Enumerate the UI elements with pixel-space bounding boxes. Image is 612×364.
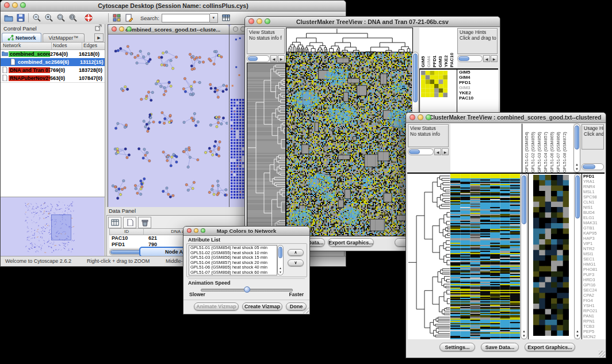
gene-label[interactable]: MAK31 [582, 220, 606, 225]
zoom-heatmap-canvas[interactable] [533, 175, 569, 336]
save-icon[interactable] [14, 13, 26, 23]
treeview1-titlebar[interactable]: ClusterMaker TreeView : DNA and Tran 07-… [245, 17, 500, 27]
gene-label[interactable]: KAP95 [582, 231, 606, 236]
view-status-scrollbar[interactable]: ◀ ▶ [247, 55, 285, 62]
gene-label[interactable]: HRD3 [582, 277, 606, 282]
usage-hints-scrollbar[interactable]: ◀ ▶ [457, 55, 498, 62]
gene-label[interactable]: PFD1 [457, 80, 498, 85]
zoom-button[interactable] [127, 26, 132, 32]
gene-label[interactable]: YSH1 [582, 303, 606, 308]
minimize-button[interactable] [257, 18, 262, 24]
zoom-button[interactable] [265, 18, 270, 24]
gene-label[interactable]: CLN1 [582, 200, 606, 205]
close-button[interactable] [410, 114, 415, 120]
global-heatmap-canvas[interactable] [286, 52, 413, 236]
column-label[interactable]: GPL51-03 (GSM856) [537, 124, 543, 173]
table-mode-icon[interactable] [108, 217, 121, 228]
scroll-left-icon[interactable]: ◀ [434, 148, 441, 155]
search-input[interactable] [162, 14, 210, 22]
gene-label[interactable]: MSL1 [582, 189, 606, 194]
gene-label[interactable]: PAC10 [457, 95, 498, 101]
scroll-up-icon[interactable]: ▲ [521, 329, 527, 334]
save-data-button[interactable]: Save Data... [481, 343, 519, 351]
attribute-table-icon[interactable] [220, 13, 232, 23]
zoom-in-icon[interactable] [43, 13, 55, 23]
gene-label[interactable]: BUD4 [582, 210, 606, 215]
close-button[interactable] [233, 26, 238, 32]
column-label[interactable]: YKE2 [443, 28, 449, 67]
export-graphics-button[interactable]: Export Graphics... [328, 238, 374, 247]
birdseye-canvas[interactable] [1, 197, 104, 256]
network-row-dna-tran[interactable]: DNA and Tran 07 769(0) 183728(0) [1, 66, 105, 74]
row-dendrogram-canvas[interactable] [408, 174, 450, 339]
resize-grip[interactable] [599, 351, 605, 357]
minimize-button[interactable] [12, 2, 18, 8]
gene-label[interactable]: HMG1 [582, 262, 606, 267]
column-dendrogram-canvas[interactable] [286, 28, 413, 53]
gene-label[interactable]: GIM4 [457, 75, 498, 80]
column-label[interactable]: PFD1 [432, 28, 438, 67]
data-col-id[interactable]: ID [110, 229, 144, 235]
resize-grip[interactable] [303, 307, 309, 313]
scroll-down-icon[interactable]: ▼ [521, 334, 527, 338]
attribute-listbox[interactable]: GPL51-01 (GSM854) heat shock 05 minGPL51… [189, 245, 277, 275]
column-label[interactable]: GIM4 [426, 28, 432, 67]
row-dendrogram-canvas[interactable] [247, 63, 286, 236]
gene-label[interactable]: PUF3 [582, 272, 606, 277]
gene-label[interactable]: HAP3 [582, 236, 606, 241]
scroll-down-icon[interactable]: ▼ [575, 334, 580, 338]
minimize-button[interactable] [194, 228, 198, 233]
scroll-left-icon[interactable]: ◀ [270, 55, 277, 62]
gene-label[interactable]: RPN1 [582, 319, 606, 324]
gene-label[interactable]: VIP1 [582, 241, 606, 246]
gene-label[interactable]: RNR4 [582, 184, 606, 189]
zoom-button[interactable] [20, 2, 26, 8]
gene-label[interactable]: PAN1 [582, 313, 606, 319]
zoom-button[interactable] [426, 114, 431, 120]
col-network[interactable]: Network [1, 43, 52, 49]
gene-label[interactable]: GPI16 [582, 282, 606, 288]
annotation-pencil-icon[interactable] [123, 13, 135, 23]
scroll-up-icon[interactable]: ▲ [575, 329, 580, 334]
export-graphics-button[interactable]: Export Graphics... [525, 343, 575, 351]
move-down-button[interactable]: ∨ [288, 259, 304, 266]
column-label[interactable]: PAC10 [449, 28, 455, 67]
help-lifering-icon[interactable] [82, 13, 94, 23]
open-folder-icon[interactable] [2, 13, 14, 23]
birdseye-view[interactable] [1, 197, 105, 256]
move-up-button[interactable]: ∧ [288, 249, 304, 256]
column-label[interactable]: GPL51-07 (GSM868) [556, 124, 562, 173]
gene-label[interactable]: PEP5 [582, 329, 606, 334]
gene-label[interactable]: GTB1 [582, 225, 606, 231]
attribute-item[interactable]: GPL51-07 (GSM868) heat shock 60 min [189, 270, 277, 275]
gene-label[interactable]: ELG1 [582, 215, 606, 220]
new-attribute-icon[interactable] [123, 217, 136, 228]
gene-label[interactable]: SEC1 [582, 256, 606, 262]
global-heatmap-canvas[interactable] [450, 174, 520, 339]
gene-label[interactable]: MON2 [582, 334, 606, 339]
main-titlebar[interactable]: Cytoscape Desktop (Session Name: collins… [1, 1, 346, 12]
gene-label[interactable]: SPC98 [582, 194, 606, 200]
column-label[interactable]: GPL51-08 (GSM872) [562, 124, 568, 173]
network-row-combined-scores[interactable]: combined_scores 2764(0) 16218(0) [1, 50, 105, 58]
scroll-right-icon[interactable]: ▶ [491, 55, 498, 62]
close-button[interactable] [4, 2, 10, 8]
column-label[interactable]: GPL51-06 (GSM865) [549, 124, 556, 173]
scroll-left-icon[interactable]: ◀ [483, 55, 490, 62]
heatmap-vscrollbar[interactable]: ▲ ▼ [521, 174, 527, 339]
plugin-grid-icon[interactable] [110, 13, 123, 23]
zoom-view[interactable] [528, 174, 574, 339]
scroll-down-icon[interactable]: ▼ [574, 167, 580, 171]
gene-label[interactable]: YKE2 [457, 90, 498, 95]
gene-label[interactable]: SEC24 [582, 288, 606, 293]
column-label[interactable]: GPL51-01 (GSM854) [524, 124, 530, 173]
view-status-scrollbar[interactable]: ◀ ▶ [408, 148, 449, 155]
create-vizmap-button[interactable]: Create Vizmap [242, 302, 282, 311]
tab-overflow-button[interactable]: ▶ [94, 33, 104, 42]
zoom-heatmap-canvas[interactable] [421, 71, 447, 97]
settings-button[interactable]: Settings... [439, 343, 475, 351]
scroll-right-icon[interactable]: ▶ [442, 148, 449, 155]
animate-vizmap-button[interactable]: Animate Vizmap [194, 302, 239, 311]
search-dropdown-button[interactable]: ▼ [210, 13, 218, 23]
usage-hints-scrollbar[interactable] [582, 163, 604, 170]
